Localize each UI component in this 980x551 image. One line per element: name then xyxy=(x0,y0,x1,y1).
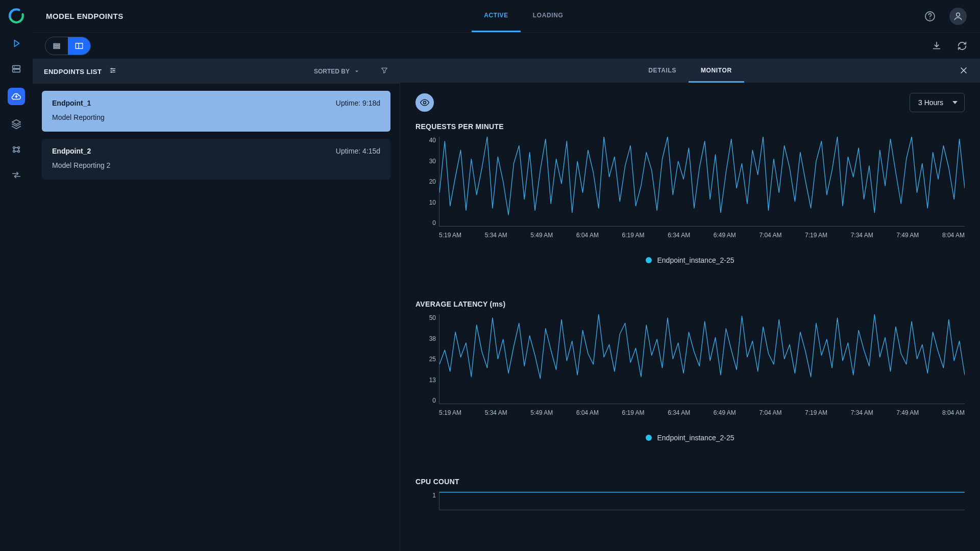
topbar-right-icons xyxy=(924,8,980,25)
download-icon[interactable] xyxy=(931,40,942,52)
svg-point-5 xyxy=(14,70,15,71)
details-header: DETAILS MONITOR xyxy=(400,59,980,83)
endpoint-uptime: Uptime: 4:15d xyxy=(336,147,380,155)
tab-active[interactable]: ACTIVE xyxy=(472,0,521,32)
chart-title: REQUESTS PER MINUTE xyxy=(415,122,965,131)
endpoint-cards: Endpoint_1 Uptime: 9:18d Model Reporting… xyxy=(33,84,400,187)
nav-play-icon[interactable] xyxy=(10,37,23,50)
svg-rect-2 xyxy=(13,66,20,69)
chart-plot xyxy=(439,137,965,227)
tab-monitor[interactable]: MONITOR xyxy=(689,59,744,83)
view-list-icon[interactable] xyxy=(45,37,68,55)
filter-icon[interactable] xyxy=(380,66,388,77)
legend-dot-icon xyxy=(646,257,652,263)
sub-toolbar xyxy=(33,33,980,59)
tab-loading[interactable]: LOADING xyxy=(521,0,576,32)
endpoint-subtitle: Model Reporting 2 xyxy=(52,161,380,169)
nav-swap-icon[interactable] xyxy=(10,168,23,182)
settings-sliders-icon[interactable] xyxy=(109,66,117,77)
svg-rect-13 xyxy=(54,43,60,44)
svg-rect-14 xyxy=(54,45,60,46)
top-tabs: ACTIVE LOADING xyxy=(472,0,575,32)
legend-label: Endpoint_instance_2-25 xyxy=(657,256,734,264)
svg-rect-16 xyxy=(76,43,83,48)
list-header: ENDPOINTS LIST SORTED BY xyxy=(33,59,400,84)
eye-icon xyxy=(420,97,430,108)
chart-line xyxy=(439,137,965,226)
chart-title: AVERAGE LATENCY (ms) xyxy=(415,300,965,308)
svg-rect-3 xyxy=(13,69,20,72)
chart-legend: Endpoint_instance_2-25 xyxy=(415,256,965,264)
chart-average-latency: AVERAGE LATENCY (ms) 50 38 25 13 0 xyxy=(415,300,965,442)
close-icon[interactable] xyxy=(959,65,969,78)
nav-brain-icon[interactable] xyxy=(10,143,23,156)
main-column: MODEL ENDPOINTS ACTIVE LOADING ENDPOINTS… xyxy=(33,0,980,551)
nav-layers-icon[interactable] xyxy=(10,117,23,131)
endpoint-card[interactable]: Endpoint_2 Uptime: 4:15d Model Reporting… xyxy=(42,139,390,180)
chart-plot xyxy=(439,492,965,510)
svg-point-4 xyxy=(14,66,15,67)
chart-requests-per-minute: REQUESTS PER MINUTE 40 30 20 10 0 xyxy=(415,122,965,264)
endpoint-subtitle: Model Reporting xyxy=(52,113,380,121)
svg-point-12 xyxy=(957,13,960,16)
svg-point-11 xyxy=(929,18,930,19)
sub-toolbar-right xyxy=(931,40,968,52)
time-range-select-wrap: 3 Hours xyxy=(910,93,965,112)
sort-button[interactable]: SORTED BY xyxy=(314,68,360,75)
chart-y-axis: 50 38 25 13 0 xyxy=(415,314,436,404)
monitor-toolbar: 3 Hours xyxy=(415,93,965,112)
user-avatar[interactable] xyxy=(949,8,967,25)
nav-cloud-icon[interactable] xyxy=(8,88,25,105)
list-header-title: ENDPOINTS LIST xyxy=(44,68,102,76)
details-pane: DETAILS MONITOR 3 Hours xyxy=(400,59,980,551)
svg-point-18 xyxy=(113,70,115,71)
chart-y-axis: 40 30 20 10 0 xyxy=(415,137,436,227)
chevron-down-icon xyxy=(354,68,360,74)
chart-legend: Endpoint_instance_2-25 xyxy=(415,434,965,442)
nav-server-icon[interactable] xyxy=(10,62,23,76)
app-logo-icon xyxy=(8,7,25,24)
endpoint-name: Endpoint_1 xyxy=(52,99,91,107)
endpoint-card[interactable]: Endpoint_1 Uptime: 9:18d Model Reporting xyxy=(42,91,390,132)
visibility-button[interactable] xyxy=(415,93,434,112)
chart-x-axis: 5:19 AM5:34 AM5:49 AM6:04 AM6:19 AM6:34 … xyxy=(439,232,965,239)
nav-rail xyxy=(0,0,33,551)
endpoint-name: Endpoint_2 xyxy=(52,147,91,155)
view-toggle xyxy=(45,37,91,55)
endpoints-list-pane: ENDPOINTS LIST SORTED BY Endpoint_1 Upti… xyxy=(33,59,400,551)
endpoint-uptime: Uptime: 9:18d xyxy=(336,99,380,107)
view-split-icon[interactable] xyxy=(68,37,90,55)
content-row: ENDPOINTS LIST SORTED BY Endpoint_1 Upti… xyxy=(33,59,980,551)
monitor-body: 3 Hours REQUESTS PER MINUTE 40 30 20 10 … xyxy=(400,83,980,551)
detail-tabs: DETAILS MONITOR xyxy=(636,59,744,83)
top-app-bar: MODEL ENDPOINTS ACTIVE LOADING xyxy=(33,0,980,33)
refresh-icon[interactable] xyxy=(957,40,968,52)
chart-y-axis: 1 xyxy=(415,492,436,510)
legend-label: Endpoint_instance_2-25 xyxy=(657,434,734,442)
tab-details[interactable]: DETAILS xyxy=(636,59,689,83)
svg-point-20 xyxy=(424,102,426,104)
legend-dot-icon xyxy=(646,435,652,441)
help-icon[interactable] xyxy=(924,10,936,22)
chart-plot xyxy=(439,314,965,404)
chart-line xyxy=(439,314,965,404)
svg-point-17 xyxy=(111,68,113,69)
chart-title: CPU COUNT xyxy=(415,478,965,486)
svg-point-19 xyxy=(111,71,112,73)
svg-rect-15 xyxy=(54,47,60,48)
chart-x-axis: 5:19 AM5:34 AM5:49 AM6:04 AM6:19 AM6:34 … xyxy=(439,409,965,416)
chart-line xyxy=(439,492,965,510)
page-title: MODEL ENDPOINTS xyxy=(33,12,124,20)
time-range-select[interactable]: 3 Hours xyxy=(910,93,965,112)
chart-cpu-count: CPU COUNT 1 xyxy=(415,478,965,522)
sort-label: SORTED BY xyxy=(314,68,350,75)
